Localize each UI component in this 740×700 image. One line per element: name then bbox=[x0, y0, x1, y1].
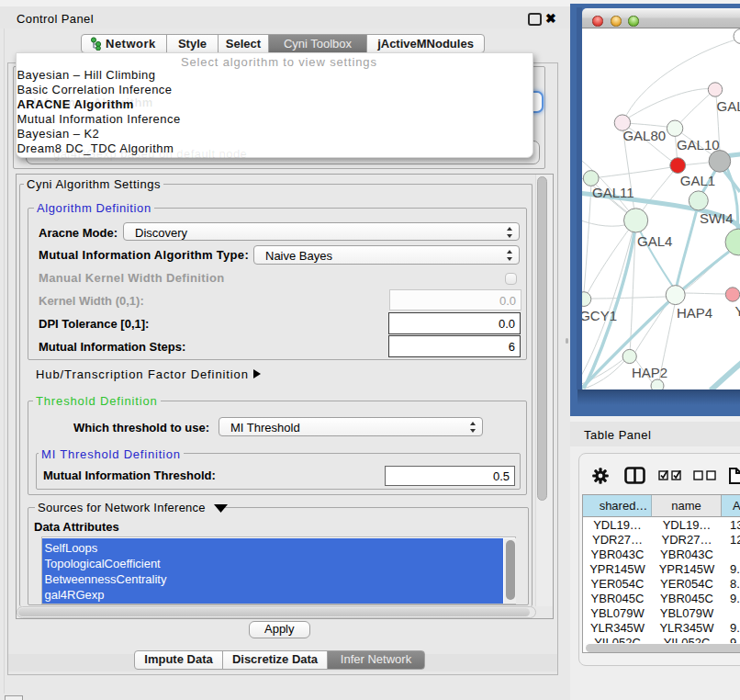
svg-text:GAL7: GAL7 bbox=[717, 98, 740, 114]
svg-text:HAP2: HAP2 bbox=[632, 365, 667, 380]
svg-text:GCY1: GCY1 bbox=[582, 308, 617, 323]
svg-text:GAL11: GAL11 bbox=[592, 185, 634, 200]
svg-text:GAL1: GAL1 bbox=[680, 173, 715, 188]
svg-text:HAP4: HAP4 bbox=[677, 305, 712, 321]
svg-text:SWI4: SWI4 bbox=[700, 210, 734, 226]
svg-text:GAL4: GAL4 bbox=[637, 233, 672, 249]
svg-text:YP: YP bbox=[735, 303, 740, 319]
svg-text:GAL80: GAL80 bbox=[622, 128, 666, 143]
svg-text:GAL10: GAL10 bbox=[677, 137, 720, 152]
